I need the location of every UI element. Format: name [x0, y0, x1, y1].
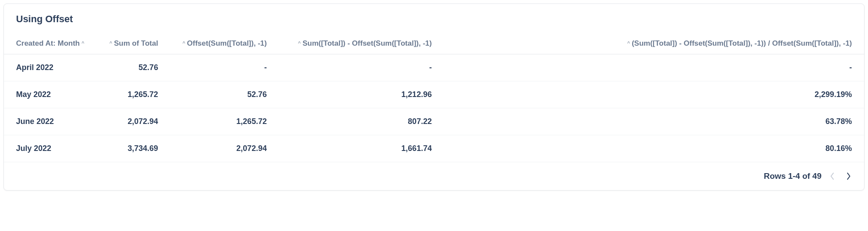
table-footer: Rows 1-4 of 49 [4, 162, 864, 190]
data-table-card: Using Offset Created At: Month ^ ^ Sum o… [3, 3, 865, 191]
cell-month: July 2022 [4, 135, 96, 162]
sort-caret-icon: ^ [82, 40, 84, 46]
cell-pct: - [444, 54, 864, 81]
sort-caret-icon: ^ [298, 40, 300, 46]
sort-caret-icon: ^ [109, 40, 112, 46]
table-row: May 2022 1,265.72 52.76 1,212.96 2,299.1… [4, 81, 864, 108]
chevron-left-icon [830, 172, 835, 180]
cell-sum: 1,265.72 [96, 81, 170, 108]
column-header-label: Sum of Total [114, 39, 158, 48]
card-title: Using Offset [4, 4, 864, 33]
table-row: June 2022 2,072.94 1,265.72 807.22 63.78… [4, 108, 864, 135]
column-header-month[interactable]: Created At: Month ^ [4, 33, 96, 54]
cell-pct: 63.78% [444, 108, 864, 135]
rows-count-text: Rows 1-4 of 49 [764, 171, 822, 181]
column-header-label: Sum([Total]) - Offset(Sum([Total]), -1) [303, 39, 432, 48]
column-header-diff[interactable]: ^ Sum([Total]) - Offset(Sum([Total]), -1… [279, 33, 444, 54]
cell-month: June 2022 [4, 108, 96, 135]
data-table: Created At: Month ^ ^ Sum of Total ^ Off… [4, 33, 864, 162]
cell-pct: 2,299.19% [444, 81, 864, 108]
column-header-sum[interactable]: ^ Sum of Total [96, 33, 170, 54]
sort-caret-icon: ^ [182, 40, 185, 46]
cell-sum: 52.76 [96, 54, 170, 81]
cell-pct: 80.16% [444, 135, 864, 162]
column-header-pct[interactable]: ^ (Sum([Total]) - Offset(Sum([Total]), -… [444, 33, 864, 54]
cell-offset: - [170, 54, 279, 81]
table-row: July 2022 3,734.69 2,072.94 1,661.74 80.… [4, 135, 864, 162]
column-header-label: Offset(Sum([Total]), -1) [187, 39, 267, 48]
cell-diff: - [279, 54, 444, 81]
column-header-offset[interactable]: ^ Offset(Sum([Total]), -1) [170, 33, 279, 54]
chevron-right-icon [846, 172, 851, 180]
cell-month: May 2022 [4, 81, 96, 108]
next-page-button[interactable] [842, 170, 855, 182]
sort-caret-icon: ^ [627, 40, 630, 46]
cell-month: April 2022 [4, 54, 96, 81]
cell-offset: 1,265.72 [170, 108, 279, 135]
table-body: April 2022 52.76 - - - May 2022 1,265.72… [4, 54, 864, 162]
table-header-row: Created At: Month ^ ^ Sum of Total ^ Off… [4, 33, 864, 54]
cell-diff: 1,661.74 [279, 135, 444, 162]
cell-diff: 1,212.96 [279, 81, 444, 108]
cell-sum: 2,072.94 [96, 108, 170, 135]
prev-page-button[interactable] [826, 170, 838, 182]
cell-offset: 52.76 [170, 81, 279, 108]
cell-offset: 2,072.94 [170, 135, 279, 162]
cell-diff: 807.22 [279, 108, 444, 135]
cell-sum: 3,734.69 [96, 135, 170, 162]
table-row: April 2022 52.76 - - - [4, 54, 864, 81]
column-header-label: (Sum([Total]) - Offset(Sum([Total]), -1)… [632, 39, 852, 48]
column-header-label: Created At: Month [16, 39, 80, 48]
